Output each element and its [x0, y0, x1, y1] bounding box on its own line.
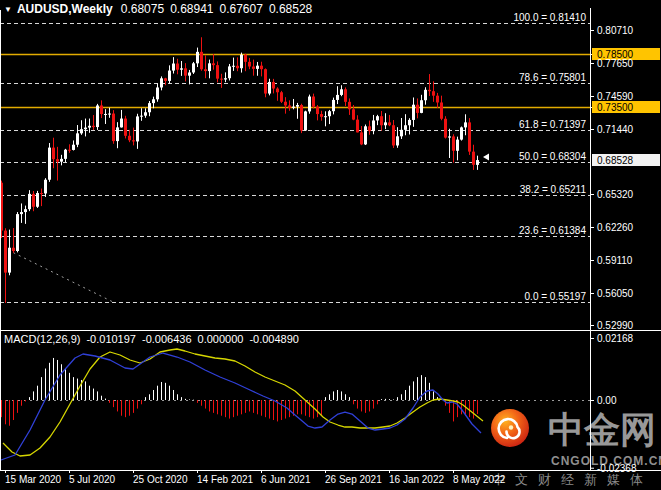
candlestick — [288, 105, 291, 107]
candlestick — [304, 111, 307, 130]
candlestick — [248, 62, 251, 67]
chart-canvas[interactable]: 100.0 = 0.8141078.6 = 0.7580161.8 = 0.71… — [0, 0, 661, 490]
candlestick — [232, 66, 235, 67]
price-axis-label: 0.56050 — [597, 288, 634, 299]
candlestick — [140, 116, 143, 117]
candlestick — [80, 129, 83, 133]
candlestick — [24, 209, 27, 212]
fib-level-label: 100.0 = 0.81410 — [513, 12, 586, 23]
candlestick — [320, 114, 323, 117]
candlestick — [44, 180, 47, 194]
candlestick — [404, 125, 407, 130]
candlestick — [180, 68, 183, 69]
low-value: 0.67607 — [220, 2, 263, 16]
candlestick — [392, 125, 395, 145]
candlestick — [8, 248, 11, 273]
fib-base-trendline — [8, 250, 113, 302]
candlestick — [348, 102, 351, 109]
candlestick — [172, 64, 175, 71]
candlestick — [48, 148, 51, 180]
candlestick — [184, 68, 187, 75]
candlestick — [108, 114, 111, 115]
price-axis-label: 0.74590 — [597, 91, 634, 102]
candlestick — [268, 82, 271, 94]
chart-collapse-icon[interactable]: ▼ — [4, 5, 12, 14]
candlestick — [308, 97, 311, 112]
candlestick — [112, 114, 115, 142]
macd-scale-label: -0.02368 — [597, 463, 637, 474]
price-axis-label: 0.80710 — [597, 25, 634, 36]
candlestick — [188, 72, 191, 75]
candlestick — [344, 89, 347, 102]
candlestick — [4, 231, 7, 273]
price-axis-label: 0.73500 — [597, 102, 634, 113]
candlestick — [104, 114, 107, 115]
time-axis-label: 25 Oct 2020 — [133, 474, 188, 485]
candlestick — [20, 212, 23, 214]
time-axis-label: 15 Mar 2020 — [5, 474, 62, 485]
candlestick — [144, 112, 147, 115]
candlestick — [452, 136, 455, 150]
chart-window: 中金网 CNGOLD.COM.CN 中文财经新媒体 100.0 = 0.8141… — [0, 0, 661, 490]
candlestick — [176, 64, 179, 70]
candlestick — [448, 136, 451, 137]
chart-title-bar: ▼AUDUSD,Weekly0.680750.689410.676070.685… — [4, 2, 318, 16]
candlestick — [220, 79, 223, 80]
candlestick — [76, 133, 79, 144]
price-axis-label: 0.59110 — [597, 255, 633, 266]
candlestick — [84, 128, 87, 130]
candlestick — [300, 105, 303, 130]
candlestick — [476, 160, 479, 165]
candlestick — [128, 136, 131, 140]
candlestick — [472, 152, 475, 165]
candlestick — [280, 92, 283, 101]
candlestick — [396, 136, 399, 145]
candlestick — [52, 148, 55, 160]
time-axis-label: 26 Sep 2021 — [325, 474, 382, 485]
candlestick — [440, 102, 443, 118]
price-axis-label: 0.65320 — [597, 189, 634, 200]
candlestick — [296, 105, 299, 107]
candlestick — [148, 103, 151, 112]
candlestick — [152, 99, 155, 103]
candlestick — [216, 65, 219, 79]
time-axis-label: 16 Jan 2022 — [389, 474, 444, 485]
candlestick — [436, 96, 439, 103]
candlestick — [32, 194, 35, 207]
candlestick — [16, 214, 19, 251]
candlestick — [196, 52, 199, 63]
fib-level-label: 38.2 = 0.65211 — [520, 184, 587, 195]
candlestick — [12, 248, 15, 251]
candlestick — [96, 105, 99, 127]
symbol-timeframe-label: AUDUSD,Weekly — [17, 2, 113, 16]
candlestick — [212, 63, 215, 65]
candlestick — [444, 119, 447, 138]
candlestick — [208, 63, 211, 71]
candlestick — [60, 159, 63, 162]
candlestick — [400, 130, 403, 136]
candlestick — [40, 193, 43, 194]
candlestick — [88, 126, 91, 128]
candlestick — [356, 120, 359, 133]
candlestick — [240, 55, 243, 69]
price-axis-label: 0.71440 — [597, 124, 634, 135]
time-axis-label: 6 Jun 2021 — [261, 474, 311, 485]
candlestick — [252, 67, 255, 69]
candlestick — [260, 66, 263, 70]
candlestick — [92, 126, 95, 127]
candlestick — [340, 89, 343, 95]
macd-scale-label: 0.00 — [597, 395, 617, 406]
candlestick — [116, 127, 119, 141]
candlestick — [64, 150, 67, 159]
candlestick — [256, 66, 259, 69]
candlestick — [372, 120, 375, 131]
price-axis-label: 0.77650 — [597, 58, 634, 69]
close-value: 0.68528 — [269, 2, 312, 16]
candlestick — [364, 126, 367, 144]
candlestick — [456, 140, 459, 151]
candlestick — [312, 97, 315, 107]
candlestick — [100, 105, 103, 114]
candlestick — [352, 109, 355, 119]
candlestick — [416, 105, 419, 113]
macd-signal-line — [3, 349, 483, 456]
